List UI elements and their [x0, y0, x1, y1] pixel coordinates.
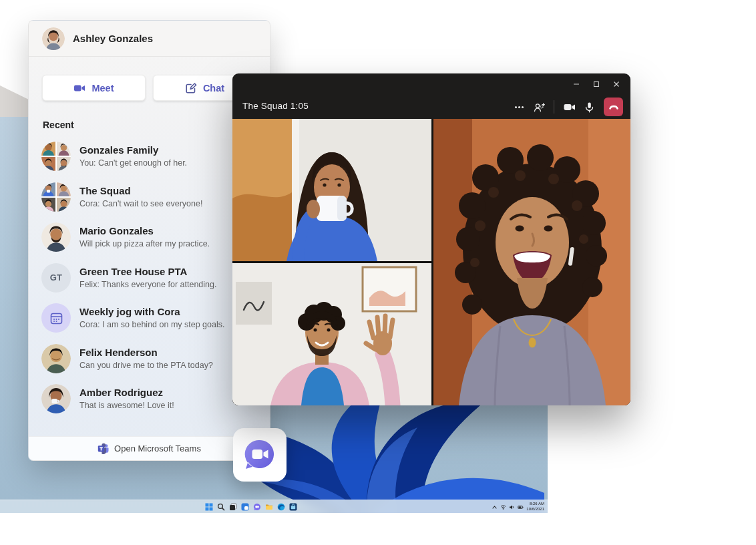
hang-up-button[interactable]	[604, 98, 623, 116]
person-avatar	[41, 384, 71, 413]
more-options-icon[interactable]	[509, 98, 529, 116]
group-avatar	[41, 142, 71, 171]
user-avatar[interactable]	[42, 27, 65, 50]
person-avatar	[41, 344, 71, 373]
file-explorer-icon[interactable]	[264, 503, 273, 512]
start-button-icon[interactable]	[204, 503, 213, 512]
widgets-icon[interactable]	[240, 503, 249, 512]
conversation-preview: Cora: I am so behind on my step goals.	[79, 319, 224, 330]
volume-icon	[509, 504, 515, 510]
conversation-name: Felix Henderson	[79, 347, 213, 359]
clock-date: 10/6/2021	[526, 507, 544, 512]
add-people-icon[interactable]	[529, 98, 549, 116]
open-teams-label: Open Microsoft Teams	[114, 443, 201, 453]
conversation-preview: Felix: Thanks everyone for attending.	[79, 279, 216, 290]
avatar-initials: GT	[50, 272, 63, 283]
controls-divider	[554, 100, 554, 114]
person-avatar	[41, 222, 71, 252]
maximize-button[interactable]	[586, 76, 606, 92]
group-avatar	[41, 182, 71, 212]
taskbar: 8:26 AM 10/6/2021	[0, 500, 548, 513]
search-icon[interactable]	[216, 503, 225, 512]
chat-button-label: Chat	[203, 83, 224, 94]
video-grid	[232, 119, 630, 405]
video-tile-woman-laughing	[433, 119, 630, 405]
calendar-icon	[41, 303, 71, 333]
conversation-name: Mario Gonzales	[79, 225, 210, 238]
initials-avatar: GT	[41, 263, 71, 293]
microphone-icon[interactable]	[579, 98, 599, 116]
wifi-icon	[500, 504, 506, 510]
call-controls	[509, 98, 623, 116]
compose-icon	[185, 82, 197, 94]
conversation-name: Weekly jog with Cora	[79, 306, 224, 319]
flyout-header: Ashley Gonzales	[29, 21, 270, 57]
conversation-preview: Can you drive me to the PTA today?	[79, 360, 213, 371]
conversation-preview: Cora: Can't wait to see everyone!	[79, 198, 202, 209]
close-button[interactable]	[606, 76, 626, 92]
video-camera-icon	[73, 82, 85, 94]
flyout-actions: Meet Chat	[42, 75, 256, 101]
user-name: Ashley Gonzales	[73, 33, 153, 44]
tray-chevron-icon	[492, 504, 498, 510]
teams-call-window: The Squad 1:05	[232, 73, 630, 405]
teams-chat-bubble-icon[interactable]	[233, 428, 287, 482]
teams-logo-icon	[98, 443, 109, 454]
task-view-icon[interactable]	[228, 503, 237, 512]
system-tray[interactable]: 8:26 AM 10/6/2021	[492, 500, 546, 513]
clock-time: 8:26 AM	[526, 502, 544, 507]
conversation-name: Amber Rodriguez	[79, 387, 174, 399]
window-controls	[566, 76, 626, 92]
chat-taskbar-icon[interactable]	[252, 503, 261, 512]
video-tile-woman-with-mug	[232, 119, 431, 261]
video-tile-man-waving	[232, 263, 431, 405]
meet-button[interactable]: Meet	[42, 75, 146, 101]
camera-icon[interactable]	[559, 98, 579, 116]
conversation-name: Gonzales Family	[79, 144, 187, 157]
conversation-preview: That is awesome! Love it!	[79, 400, 174, 411]
edge-browser-icon[interactable]	[276, 503, 285, 512]
minimize-button[interactable]	[566, 76, 586, 92]
conversation-name: Green Tree House PTA	[79, 266, 216, 279]
taskbar-icon-strip	[204, 500, 297, 513]
conversation-name: The Squad	[79, 185, 202, 198]
meet-button-label: Meet	[91, 83, 114, 94]
conversation-preview: You: Can't get enough of her.	[79, 158, 187, 168]
battery-icon	[518, 504, 524, 510]
marketing-composition: 8:26 AM 10/6/2021 Ashley Gonzales Meet C…	[0, 0, 756, 545]
conversation-preview: Will pick up pizza after my practice.	[79, 238, 210, 249]
taskbar-clock[interactable]: 8:26 AM 10/6/2021	[526, 502, 546, 512]
store-icon[interactable]	[289, 503, 297, 512]
hang-up-icon	[608, 101, 620, 113]
call-title: The Squad 1:05	[242, 101, 309, 111]
